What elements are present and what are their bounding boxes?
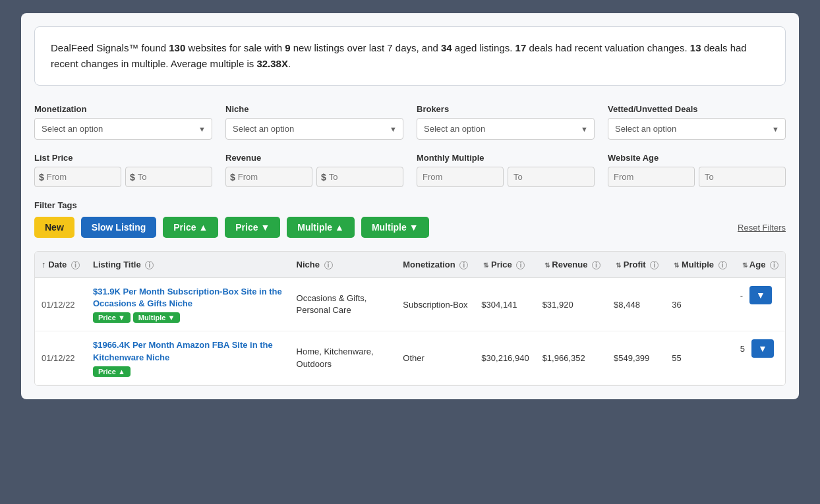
vetted-select-wrapper: Select an option Vetted Unvetted ▼ — [608, 118, 786, 140]
cell-date: 01/12/22 — [35, 331, 86, 385]
multiple-sort-icon: ⇅ — [674, 262, 679, 269]
list-price-from[interactable] — [47, 167, 117, 186]
cell-niche: Home, Kitchenware, Outdoors — [290, 331, 397, 385]
cell-multiple: 36 — [665, 278, 733, 331]
website-age-from-wrap — [608, 167, 695, 187]
monthly-multiple-to[interactable] — [513, 167, 589, 186]
niche-label: Niche — [225, 104, 403, 114]
revenue-info-icon: i — [592, 261, 600, 269]
col-date: ↑ Date i — [35, 252, 86, 278]
revenue-to-wrap: $ — [316, 167, 403, 187]
listing-title-link[interactable]: $1966.4K Per Month Amazon FBA Site in th… — [93, 339, 283, 363]
col-listing-title: Listing Title i — [86, 252, 290, 278]
listing-title-info-icon: i — [145, 261, 154, 269]
expand-row-button[interactable]: ▼ — [749, 286, 772, 304]
cell-niche: Occasions & Gifts, Personal Care — [290, 278, 397, 331]
revenue-to[interactable] — [329, 167, 399, 186]
banner-text: DealFeed Signals™ found 130 websites for… — [51, 42, 747, 69]
niche-info-icon: i — [324, 261, 333, 269]
date-info-icon: i — [71, 261, 80, 269]
list-price-inputs: $ $ — [34, 167, 212, 187]
monetization-select-wrapper: Select an option Advertising Affiliate S… — [34, 118, 212, 140]
listing-tag-badge: Price ▲ — [93, 366, 131, 377]
revenue-inputs: $ $ — [225, 167, 403, 187]
cell-revenue: $1,966,352 — [536, 331, 607, 385]
monetization-info-icon: i — [459, 261, 468, 269]
listing-tag-badge: Multiple ▼ — [133, 312, 181, 323]
col-age: ⇅ Age i — [734, 252, 785, 278]
expand-row-button[interactable]: ▼ — [751, 339, 774, 358]
listing-tag-badge: Price ▼ — [93, 312, 131, 323]
niche-select[interactable]: Select an option Technology Health Finan… — [225, 118, 403, 140]
table-header-row: ↑ Date i Listing Title i Niche i Monetiz… — [35, 252, 785, 278]
table-row: 01/12/22$1966.4K Per Month Amazon FBA Si… — [35, 331, 785, 385]
cell-monetization: Subscription-Box — [396, 278, 475, 331]
tag-price-up-button[interactable]: Price ▲ — [163, 217, 218, 238]
filter-tags-label: Filter Tags — [34, 200, 786, 210]
website-age-from[interactable] — [614, 167, 689, 186]
cell-profit: $549,399 — [607, 331, 665, 385]
list-price-label: List Price — [34, 153, 212, 163]
vetted-select[interactable]: Select an option Vetted Unvetted — [608, 118, 786, 140]
col-revenue: ⇅ Revenue i — [536, 252, 607, 278]
age-value: 5 — [740, 344, 745, 354]
website-age-label: Website Age — [608, 153, 786, 163]
profit-info-icon: i — [650, 261, 659, 269]
col-monetization: Monetization i — [396, 252, 475, 278]
price-sort-icon: ⇅ — [483, 262, 488, 269]
multiple-info-icon: i — [718, 261, 727, 269]
listing-title-link[interactable]: $31.9K Per Month Subscription-Box Site i… — [93, 286, 283, 310]
range-website-age: Website Age — [608, 153, 786, 187]
results-table-wrapper: ↑ Date i Listing Title i Niche i Monetiz… — [34, 251, 786, 386]
cell-multiple: 55 — [665, 331, 733, 385]
niche-select-wrapper: Select an option Technology Health Finan… — [225, 118, 403, 140]
monthly-multiple-to-wrap — [508, 167, 595, 187]
filter-monetization: Monetization Select an option Advertisin… — [34, 104, 212, 140]
dollar-icon: $ — [130, 172, 135, 182]
brokers-select-wrapper: Select an option Empire Flippers FE Inte… — [417, 118, 595, 140]
sort-up-icon: ↑ — [42, 260, 46, 269]
age-info-icon: i — [770, 261, 778, 269]
table-body: 01/12/22$31.9K Per Month Subscription-Bo… — [35, 278, 785, 385]
tag-new-button[interactable]: New — [34, 217, 74, 238]
range-list-price: List Price $ $ — [34, 153, 212, 187]
filter-niche: Niche Select an option Technology Health… — [225, 104, 403, 140]
cell-title: $31.9K Per Month Subscription-Box Site i… — [86, 278, 290, 331]
cell-price: $30,216,940 — [475, 331, 535, 385]
info-banner: DealFeed Signals™ found 130 websites for… — [34, 26, 786, 86]
filter-tags-row: New Slow Listing Price ▲ Price ▼ Multipl… — [34, 217, 786, 238]
filter-vetted: Vetted/Unvetted Deals Select an option V… — [608, 104, 786, 140]
tag-slow-listing-button[interactable]: Slow Listing — [81, 217, 156, 238]
range-row: List Price $ $ Revenue $ — [34, 153, 786, 187]
cell-date: 01/12/22 — [35, 278, 86, 331]
website-age-to[interactable] — [705, 167, 780, 186]
monthly-multiple-inputs — [417, 167, 595, 187]
monthly-multiple-from[interactable] — [423, 167, 498, 186]
monetization-label: Monetization — [34, 104, 212, 114]
dollar-icon: $ — [321, 172, 326, 182]
revenue-sort-icon: ⇅ — [544, 262, 550, 269]
list-price-to-wrap: $ — [125, 167, 212, 187]
revenue-from[interactable] — [238, 167, 308, 186]
results-table: ↑ Date i Listing Title i Niche i Monetiz… — [35, 252, 785, 385]
monetization-select[interactable]: Select an option Advertising Affiliate S… — [34, 118, 212, 140]
vetted-label: Vetted/Unvetted Deals — [608, 104, 786, 114]
cell-profit: $8,448 — [607, 278, 665, 331]
range-monthly-multiple: Monthly Multiple — [417, 153, 595, 187]
reset-filters-button[interactable]: Reset Filters — [738, 223, 786, 233]
tag-price-down-button[interactable]: Price ▼ — [225, 217, 280, 238]
cell-age: 5▼ — [734, 331, 785, 366]
tag-multiple-down-button[interactable]: Multiple ▼ — [361, 217, 429, 238]
website-age-to-wrap — [699, 167, 786, 187]
revenue-from-wrap: $ — [225, 167, 312, 187]
cell-price: $304,141 — [475, 278, 535, 331]
dollar-icon: $ — [39, 172, 44, 182]
range-revenue: Revenue $ $ — [225, 153, 403, 187]
brokers-select[interactable]: Select an option Empire Flippers FE Inte… — [417, 118, 595, 140]
cell-age: -▼ — [734, 278, 785, 312]
price-info-icon: i — [516, 261, 525, 269]
website-age-inputs — [608, 167, 786, 187]
list-price-to[interactable] — [138, 167, 208, 186]
cell-monetization: Other — [396, 331, 475, 385]
tag-multiple-up-button[interactable]: Multiple ▲ — [287, 217, 355, 238]
